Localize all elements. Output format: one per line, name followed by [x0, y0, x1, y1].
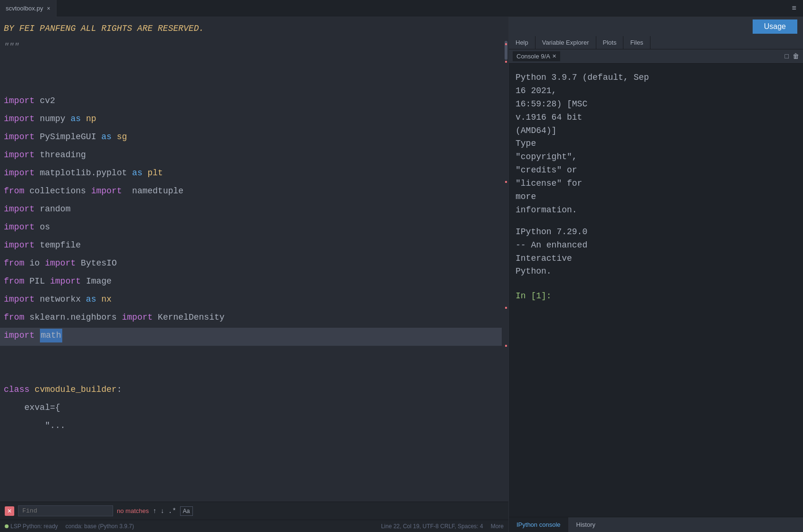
close-search-icon: ✕	[7, 508, 12, 514]
code-token: import	[4, 148, 35, 162]
code-token: as	[70, 112, 81, 126]
ipython-prompt: In [1]:	[516, 290, 796, 303]
bottom-tab-ipython-console[interactable]: IPython console	[509, 517, 569, 532]
code-token: cvmodule_builder	[35, 383, 117, 397]
table-row: import tempfile	[0, 238, 502, 256]
search-bar: ✕ no matches ↑ ↓ .* Aa	[0, 502, 508, 520]
code-token: threading	[40, 148, 86, 162]
scrollbar-marker	[505, 345, 507, 347]
code-token	[24, 256, 29, 270]
code-token	[112, 130, 117, 144]
code-token	[117, 311, 122, 324]
code-token: ...	[50, 419, 65, 433]
code-token	[153, 311, 158, 324]
code-token	[81, 293, 86, 306]
code-token: math	[40, 329, 62, 342]
code-token: import	[4, 112, 35, 126]
rp-tab-plots[interactable]: Plots	[596, 36, 624, 49]
status-lsp: LSP Python: ready	[5, 523, 58, 530]
code-token: :	[117, 383, 122, 397]
code-token: from	[4, 275, 24, 288]
code-token: """	[4, 40, 19, 54]
search-select-all-icon[interactable]: .*	[168, 507, 176, 515]
search-up-icon[interactable]: ↑	[153, 507, 156, 515]
code-token: import	[45, 256, 76, 270]
tab-close-button[interactable]: ×	[47, 5, 50, 12]
line-col-label: Line 22, Col 19, UTF-8 CRLF, Spaces: 4	[381, 523, 483, 530]
table-row	[0, 75, 502, 93]
more-label[interactable]: More	[491, 523, 504, 530]
bottom-tab-bar: IPython consoleHistory	[509, 517, 803, 532]
search-down-icon[interactable]: ↓	[161, 507, 164, 515]
code-token: import	[4, 202, 35, 216]
table-row: import numpy as np	[0, 111, 502, 129]
conda-label: conda: base (Python 3.9.7)	[66, 523, 134, 530]
console-bar: Console 9/A ✕ □ 🗑	[509, 49, 803, 64]
scrollbar-marker	[505, 61, 507, 63]
code-token: import	[91, 184, 122, 198]
code-token: PIL	[29, 275, 45, 288]
close-search-button[interactable]: ✕	[5, 506, 14, 516]
code-token	[81, 275, 86, 288]
code-token	[122, 184, 132, 198]
scrollbar-marker	[505, 181, 507, 183]
scrollbar-marker	[505, 307, 507, 309]
code-token: exval={	[4, 401, 60, 415]
search-input[interactable]	[18, 505, 113, 516]
code-token: as	[101, 130, 112, 144]
code-token: io	[29, 256, 40, 270]
code-token: sklearn.neighbors	[29, 311, 117, 324]
code-token: namedtuple	[132, 184, 183, 198]
restore-icon[interactable]: □	[785, 53, 789, 60]
code-token	[96, 293, 101, 306]
no-matches-label: no matches	[117, 507, 149, 514]
rp-tab-files[interactable]: Files	[623, 36, 650, 49]
lsp-label: LSP Python: ready	[10, 523, 58, 530]
table-row: BY FEI PANFENG ALL RIGHTS ARE RESERVED.	[0, 21, 502, 39]
code-token: matplotlib.pyplot	[40, 166, 127, 180]
code-token	[81, 112, 86, 126]
trash-icon[interactable]: 🗑	[793, 53, 799, 60]
code-token: "	[4, 419, 50, 433]
code-token: BytesIO	[81, 256, 117, 270]
console-content: Python 3.9.7 (default, Sep 16 2021, 16:5…	[509, 64, 803, 517]
scrollbar[interactable]	[502, 17, 508, 502]
table-row: from collections import namedtuple	[0, 183, 502, 201]
console-close-icon[interactable]: ✕	[552, 53, 556, 59]
code-token	[24, 275, 29, 288]
table-row: class cvmodule_builder:	[0, 382, 502, 400]
code-body: BY FEI PANFENG ALL RIGHTS ARE RESERVED."…	[0, 17, 502, 502]
console-actions: □ 🗑	[785, 53, 799, 60]
rp-tab-help[interactable]: Help	[509, 36, 535, 49]
menu-icon[interactable]: ≡	[785, 4, 803, 13]
code-token	[66, 112, 71, 126]
code-token: PySimpleGUI	[40, 130, 96, 144]
table-row: from sklearn.neighbors import KernelDens…	[0, 310, 502, 328]
code-token	[35, 329, 40, 342]
bottom-tab-history[interactable]: History	[569, 517, 603, 532]
file-tab[interactable]: scvtoolbox.py ×	[0, 0, 57, 17]
code-token	[45, 275, 50, 288]
table-row: import math	[0, 328, 502, 346]
code-token: tempfile	[40, 238, 81, 252]
tab-filename: scvtoolbox.py	[6, 5, 43, 12]
table-row	[0, 364, 502, 382]
prompt-label: In [1]:	[516, 291, 552, 301]
match-case-button[interactable]: Aa	[180, 506, 193, 516]
tab-bar: scvtoolbox.py × ≡	[0, 0, 803, 17]
console-tab[interactable]: Console 9/A ✕	[513, 51, 560, 61]
code-token: as	[86, 293, 96, 306]
python-version-text: Python 3.9.7 (default, Sep 16 2021, 16:5…	[516, 71, 796, 217]
table-row: """	[0, 39, 502, 57]
code-token: os	[40, 220, 50, 234]
status-dot-icon	[5, 524, 9, 528]
code-token: sg	[117, 130, 127, 144]
code-token	[86, 184, 91, 198]
code-token: random	[40, 202, 71, 216]
rp-tab-variable-explorer[interactable]: Variable Explorer	[535, 36, 596, 49]
code-token: import	[4, 238, 35, 252]
code-token: from	[4, 311, 24, 324]
code-token: import	[4, 130, 35, 144]
console-tab-label: Console 9/A	[516, 53, 550, 60]
usage-button[interactable]: Usage	[753, 19, 797, 34]
